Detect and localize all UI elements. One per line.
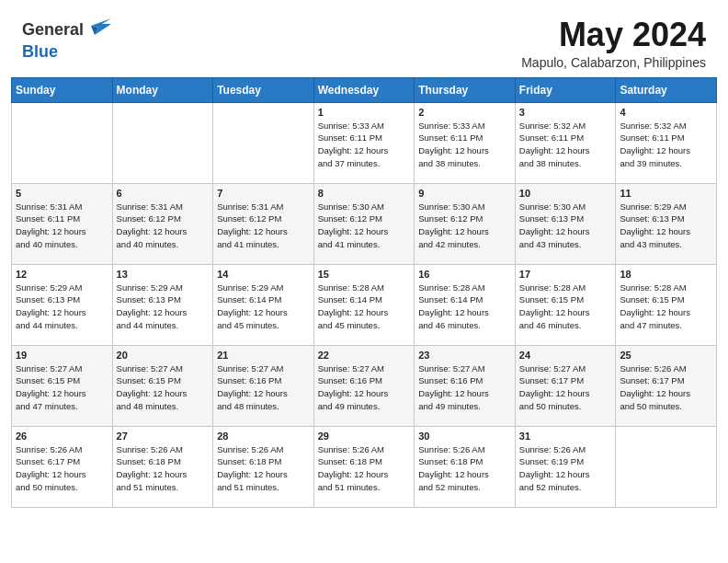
calendar-cell: 17Sunrise: 5:28 AM Sunset: 6:15 PM Dayli… bbox=[515, 264, 616, 345]
day-info: Sunrise: 5:26 AM Sunset: 6:18 PM Dayligh… bbox=[418, 443, 511, 494]
calendar-body: 1Sunrise: 5:33 AM Sunset: 6:11 PM Daylig… bbox=[12, 102, 717, 507]
calendar-cell bbox=[213, 102, 314, 183]
day-info: Sunrise: 5:31 AM Sunset: 6:12 PM Dayligh… bbox=[117, 201, 210, 251]
day-number: 21 bbox=[217, 350, 310, 361]
calendar-week-row: 1Sunrise: 5:33 AM Sunset: 6:11 PM Daylig… bbox=[12, 102, 717, 183]
day-number: 15 bbox=[318, 269, 411, 280]
day-info: Sunrise: 5:29 AM Sunset: 6:14 PM Dayligh… bbox=[217, 282, 310, 332]
day-number: 10 bbox=[519, 188, 612, 199]
calendar-cell: 22Sunrise: 5:27 AM Sunset: 6:16 PM Dayli… bbox=[313, 345, 415, 426]
calendar-cell: 5Sunrise: 5:31 AM Sunset: 6:11 PM Daylig… bbox=[12, 183, 113, 264]
day-info: Sunrise: 5:26 AM Sunset: 6:19 PM Dayligh… bbox=[519, 443, 612, 494]
day-info: Sunrise: 5:33 AM Sunset: 6:11 PM Dayligh… bbox=[318, 120, 411, 170]
day-number: 11 bbox=[620, 188, 712, 199]
month-title: May 2024 bbox=[521, 17, 706, 53]
day-number: 18 bbox=[620, 269, 712, 280]
calendar-cell: 13Sunrise: 5:29 AM Sunset: 6:13 PM Dayli… bbox=[112, 264, 213, 345]
day-number: 13 bbox=[117, 269, 210, 280]
day-number: 22 bbox=[318, 350, 411, 361]
calendar-cell: 16Sunrise: 5:28 AM Sunset: 6:14 PM Dayli… bbox=[415, 264, 516, 345]
day-number: 9 bbox=[418, 188, 511, 199]
calendar-week-row: 26Sunrise: 5:26 AM Sunset: 6:17 PM Dayli… bbox=[12, 426, 717, 507]
day-info: Sunrise: 5:32 AM Sunset: 6:11 PM Dayligh… bbox=[519, 120, 612, 170]
calendar-cell: 28Sunrise: 5:26 AM Sunset: 6:18 PM Dayli… bbox=[213, 426, 314, 507]
day-info: Sunrise: 5:32 AM Sunset: 6:11 PM Dayligh… bbox=[620, 120, 712, 170]
calendar-cell bbox=[616, 426, 717, 507]
day-number: 29 bbox=[318, 431, 411, 442]
calendar-cell: 23Sunrise: 5:27 AM Sunset: 6:16 PM Dayli… bbox=[415, 345, 516, 426]
day-info: Sunrise: 5:27 AM Sunset: 6:17 PM Dayligh… bbox=[519, 362, 612, 413]
calendar-cell: 19Sunrise: 5:27 AM Sunset: 6:15 PM Dayli… bbox=[12, 345, 113, 426]
day-info: Sunrise: 5:29 AM Sunset: 6:13 PM Dayligh… bbox=[620, 201, 712, 251]
day-info: Sunrise: 5:31 AM Sunset: 6:12 PM Dayligh… bbox=[217, 201, 310, 251]
day-number: 20 bbox=[117, 350, 210, 361]
day-info: Sunrise: 5:31 AM Sunset: 6:11 PM Dayligh… bbox=[16, 201, 108, 251]
calendar-container: Sunday Monday Tuesday Wednesday Thursday… bbox=[0, 77, 728, 519]
calendar-cell: 3Sunrise: 5:32 AM Sunset: 6:11 PM Daylig… bbox=[515, 102, 616, 183]
calendar-cell: 9Sunrise: 5:30 AM Sunset: 6:12 PM Daylig… bbox=[415, 183, 516, 264]
calendar-cell: 4Sunrise: 5:32 AM Sunset: 6:11 PM Daylig… bbox=[616, 102, 717, 183]
day-number: 23 bbox=[418, 350, 511, 361]
day-number: 26 bbox=[16, 431, 108, 442]
calendar-cell: 24Sunrise: 5:27 AM Sunset: 6:17 PM Dayli… bbox=[515, 345, 616, 426]
day-info: Sunrise: 5:29 AM Sunset: 6:13 PM Dayligh… bbox=[16, 282, 108, 332]
header-monday: Monday bbox=[112, 77, 213, 102]
day-info: Sunrise: 5:28 AM Sunset: 6:14 PM Dayligh… bbox=[418, 282, 511, 332]
day-number: 31 bbox=[519, 431, 612, 442]
day-number: 28 bbox=[217, 431, 310, 442]
day-number: 4 bbox=[620, 107, 712, 118]
title-section: May 2024 Mapulo, Calabarzon, Philippines bbox=[521, 17, 706, 70]
day-number: 3 bbox=[519, 107, 612, 118]
calendar-cell: 27Sunrise: 5:26 AM Sunset: 6:18 PM Dayli… bbox=[112, 426, 213, 507]
day-info: Sunrise: 5:27 AM Sunset: 6:16 PM Dayligh… bbox=[418, 362, 511, 413]
day-number: 1 bbox=[318, 107, 411, 118]
day-number: 30 bbox=[418, 431, 511, 442]
day-number: 12 bbox=[16, 269, 108, 280]
day-info: Sunrise: 5:26 AM Sunset: 6:17 PM Dayligh… bbox=[16, 443, 108, 494]
day-info: Sunrise: 5:28 AM Sunset: 6:14 PM Dayligh… bbox=[318, 282, 411, 332]
calendar-cell: 14Sunrise: 5:29 AM Sunset: 6:14 PM Dayli… bbox=[213, 264, 314, 345]
calendar-cell bbox=[12, 102, 113, 183]
day-info: Sunrise: 5:27 AM Sunset: 6:15 PM Dayligh… bbox=[16, 362, 108, 413]
day-number: 7 bbox=[217, 188, 310, 199]
day-info: Sunrise: 5:26 AM Sunset: 6:18 PM Dayligh… bbox=[117, 443, 210, 494]
calendar-cell: 21Sunrise: 5:27 AM Sunset: 6:16 PM Dayli… bbox=[213, 345, 314, 426]
calendar-cell: 7Sunrise: 5:31 AM Sunset: 6:12 PM Daylig… bbox=[213, 183, 314, 264]
calendar-cell: 25Sunrise: 5:26 AM Sunset: 6:17 PM Dayli… bbox=[616, 345, 717, 426]
header-tuesday: Tuesday bbox=[213, 77, 314, 102]
day-info: Sunrise: 5:28 AM Sunset: 6:15 PM Dayligh… bbox=[519, 282, 612, 332]
header-friday: Friday bbox=[515, 77, 616, 102]
day-info: Sunrise: 5:27 AM Sunset: 6:15 PM Dayligh… bbox=[117, 362, 210, 413]
calendar-cell: 26Sunrise: 5:26 AM Sunset: 6:17 PM Dayli… bbox=[12, 426, 113, 507]
calendar-cell: 18Sunrise: 5:28 AM Sunset: 6:15 PM Dayli… bbox=[616, 264, 717, 345]
header-sunday: Sunday bbox=[12, 77, 113, 102]
day-info: Sunrise: 5:30 AM Sunset: 6:13 PM Dayligh… bbox=[519, 201, 612, 251]
calendar-cell: 15Sunrise: 5:28 AM Sunset: 6:14 PM Dayli… bbox=[313, 264, 415, 345]
day-info: Sunrise: 5:28 AM Sunset: 6:15 PM Dayligh… bbox=[620, 282, 712, 332]
weekday-header-row: Sunday Monday Tuesday Wednesday Thursday… bbox=[12, 77, 717, 102]
calendar-week-row: 19Sunrise: 5:27 AM Sunset: 6:15 PM Dayli… bbox=[12, 345, 717, 426]
header-wednesday: Wednesday bbox=[313, 77, 415, 102]
calendar-table: Sunday Monday Tuesday Wednesday Thursday… bbox=[11, 77, 717, 508]
day-info: Sunrise: 5:27 AM Sunset: 6:16 PM Dayligh… bbox=[318, 362, 411, 413]
header-thursday: Thursday bbox=[415, 77, 516, 102]
day-info: Sunrise: 5:26 AM Sunset: 6:18 PM Dayligh… bbox=[318, 443, 411, 494]
calendar-cell: 11Sunrise: 5:29 AM Sunset: 6:13 PM Dayli… bbox=[616, 183, 717, 264]
day-info: Sunrise: 5:33 AM Sunset: 6:11 PM Dayligh… bbox=[418, 120, 511, 170]
calendar-week-row: 12Sunrise: 5:29 AM Sunset: 6:13 PM Dayli… bbox=[12, 264, 717, 345]
logo-general-text: General bbox=[22, 20, 84, 40]
calendar-cell: 12Sunrise: 5:29 AM Sunset: 6:13 PM Dayli… bbox=[12, 264, 113, 345]
calendar-cell: 6Sunrise: 5:31 AM Sunset: 6:12 PM Daylig… bbox=[112, 183, 213, 264]
day-info: Sunrise: 5:30 AM Sunset: 6:12 PM Dayligh… bbox=[318, 201, 411, 251]
day-number: 25 bbox=[620, 350, 712, 361]
logo-bird-icon bbox=[85, 17, 111, 42]
calendar-cell: 20Sunrise: 5:27 AM Sunset: 6:15 PM Dayli… bbox=[112, 345, 213, 426]
page-header: General Blue May 2024 Mapulo, Calabarzon… bbox=[0, 0, 728, 77]
day-number: 16 bbox=[418, 269, 511, 280]
day-info: Sunrise: 5:27 AM Sunset: 6:16 PM Dayligh… bbox=[217, 362, 310, 413]
day-number: 17 bbox=[519, 269, 612, 280]
day-info: Sunrise: 5:26 AM Sunset: 6:17 PM Dayligh… bbox=[620, 362, 712, 413]
day-info: Sunrise: 5:30 AM Sunset: 6:12 PM Dayligh… bbox=[418, 201, 511, 251]
day-number: 5 bbox=[16, 188, 108, 199]
calendar-cell: 29Sunrise: 5:26 AM Sunset: 6:18 PM Dayli… bbox=[313, 426, 415, 507]
